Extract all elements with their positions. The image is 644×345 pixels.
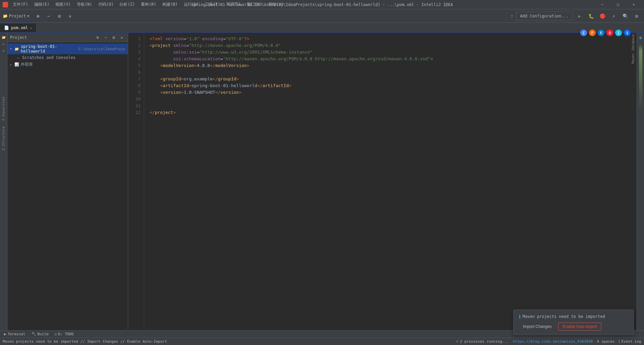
tree-item-external[interactable]: ► 📊 外部库 — [7, 61, 128, 68]
build-icon: 🔨 — [32, 332, 36, 336]
sync-icon[interactable]: ↑ — [511, 13, 514, 19]
enable-auto-import-button[interactable]: Enable Auto-Import — [558, 323, 601, 331]
menu-navigate[interactable]: 导航(N) — [74, 1, 95, 8]
tab-pom-xml-close[interactable]: ✕ — [30, 26, 32, 30]
tree-item-scratches[interactable]: ✏ Scratches and Consoles — [7, 54, 128, 61]
title-bar: 🔴 文件(F) 编辑(E) 视图(V) 导航(N) 代码(O) 分析(Z) 重构… — [0, 0, 644, 9]
todo-label: 6: TODO — [58, 332, 73, 336]
project-panel-collapse-icon[interactable]: − — [102, 34, 109, 41]
right-tools-panel: Database Maven — [631, 33, 637, 65]
tab-pom-xml-label: pom.xml — [11, 25, 28, 30]
search-everywhere-icon[interactable]: 🔍 — [621, 11, 630, 21]
spaces-label: 4 spaces — [597, 339, 614, 344]
build-tab[interactable]: 🔨 Build — [29, 331, 51, 338]
project-header-label: Project — [10, 35, 27, 40]
ie-icon[interactable]: I — [615, 29, 622, 36]
safari-icon[interactable]: S — [624, 29, 631, 36]
tree-label-root: spring-boot-01-helloworld — [21, 44, 77, 54]
toolbar-refresh-icon[interactable]: ⊕ — [33, 11, 43, 21]
tree-folder-icon: 📁 — [14, 46, 19, 52]
url-status[interactable]: https://blog.csdn.net/weixin_4383840 — [513, 339, 593, 344]
dropdown-icon[interactable]: ▼ — [28, 14, 29, 18]
tree-arrow-external: ► — [10, 63, 14, 66]
menu-edit[interactable]: 编辑(E) — [32, 1, 52, 8]
notification-title-text: Maven projects need to be imported — [523, 314, 605, 319]
coverage-button[interactable]: 🔴 — [598, 11, 607, 21]
terminal-icon: ▶ — [4, 332, 6, 336]
code-editor[interactable]: <?xml version="1.0" encoding="UTF-8"?> <… — [144, 33, 637, 338]
firefox-icon[interactable]: F — [589, 29, 596, 36]
toolbar-settings-icon[interactable]: ⚙ — [55, 11, 64, 21]
menu-analyze[interactable]: 分析(Z) — [117, 1, 138, 8]
opera-icon[interactable]: O — [606, 29, 613, 36]
event-log-status[interactable]: ℹ Event Log — [619, 339, 641, 344]
minimize-button[interactable]: ─ — [595, 0, 610, 9]
status-bar: Maven projects need to be imported // Im… — [0, 338, 644, 345]
menu-code[interactable]: 代码(O) — [96, 1, 116, 8]
window-controls: ─ □ ✕ — [595, 0, 641, 9]
project-panel-settings-icon[interactable]: ⚙ — [110, 34, 117, 41]
toolbar-collapse-icon[interactable]: − — [44, 11, 53, 21]
maximize-button[interactable]: □ — [610, 0, 626, 9]
notification-buttons: Import Changes Enable Auto-Import — [519, 323, 628, 331]
menu-refactor[interactable]: 重构(R) — [138, 1, 159, 8]
event-log-label: Event Log — [621, 339, 641, 344]
url-text: https://blog.csdn.net/weixin_4383840 — [513, 339, 593, 344]
app-icon: 🔴 — [3, 2, 8, 7]
minimap[interactable] — [639, 44, 642, 111]
left-strip-bookmark-icon[interactable]: ★ — [1, 41, 7, 47]
terminal-label: Terminal — [8, 332, 25, 336]
processes-status: ⟳ 2 processes running... — [456, 339, 509, 344]
tree-label-scratches: Scratches and Consoles — [22, 55, 75, 60]
profile-button[interactable]: ⚡ — [609, 11, 619, 21]
status-message: Maven projects need to be imported // Im… — [3, 339, 456, 344]
tab-pom-xml-icon: 📄 — [4, 25, 9, 30]
project-label: 📁 Project ▼ — [3, 14, 29, 18]
tab-pom-xml[interactable]: 📄 pom.xml ✕ — [0, 23, 37, 32]
line-numbers: 1 2 3 4 5 6 7 8 9 10 11 12 — [128, 33, 144, 338]
todo-tab[interactable]: ☑ 6: TODO — [52, 331, 76, 338]
status-right: ⟳ 2 processes running... https://blog.cs… — [456, 339, 641, 344]
tree-scratches-icon: ✏ — [15, 55, 21, 60]
tree-arrow-root: ▼ — [10, 47, 14, 51]
main-layout: 📁 ★ ≡ Project ⊕ − ⚙ ✕ ▼ 📁 spring-boot-01… — [0, 33, 644, 338]
toolbar-close-panel-icon[interactable]: ✕ — [65, 11, 75, 21]
terminal-tab[interactable]: ▶ Terminal — [1, 331, 28, 338]
import-changes-button[interactable]: Import Changes — [519, 323, 555, 331]
tree-label-external: 外部库 — [21, 62, 33, 67]
database-vertical-tab[interactable]: Database — [631, 33, 637, 52]
debug-button[interactable]: 🐛 — [586, 11, 596, 21]
tree-path-root: C:\Users\cy\IdeaProje — [78, 47, 125, 51]
left-sidebar-strip: 📁 ★ ≡ — [0, 33, 7, 338]
build-label: Build — [38, 332, 49, 336]
toolbar: 📁 Project ▼ ⊕ − ⚙ ✕ ↑ Add Configuration.… — [0, 9, 644, 23]
left-strip-project-icon[interactable]: 📁 — [1, 34, 7, 40]
close-button[interactable]: ✕ — [626, 0, 641, 9]
menu-view[interactable]: 视图(V) — [53, 1, 73, 8]
maven-vertical-tab[interactable]: Maven — [631, 52, 637, 65]
left-strip-structure-icon[interactable]: ≡ — [1, 48, 7, 54]
edge-icon[interactable]: E — [598, 29, 604, 36]
menu-file[interactable]: 文件(F) — [10, 1, 31, 8]
eye-icon[interactable]: 👁 — [638, 36, 643, 41]
editor-content: 1 2 3 4 5 6 7 8 9 10 11 12 <?xml version… — [128, 33, 644, 338]
project-panel-close-icon[interactable]: ✕ — [118, 34, 125, 41]
todo-icon: ☑ — [55, 332, 57, 336]
notification-info-icon: ℹ — [519, 314, 521, 319]
folder-icon: 📁 — [3, 14, 8, 18]
project-tree: ▼ 📁 spring-boot-01-helloworld C:\Users\c… — [7, 42, 128, 338]
project-panel-header: Project ⊕ − ⚙ ✕ — [7, 33, 128, 42]
window-title: spring-boot-01-helloworld [C:\Users\cy\I… — [191, 2, 453, 7]
spaces-status[interactable]: 4 spaces — [597, 339, 614, 344]
project-panel-refresh-icon[interactable]: ⊕ — [94, 34, 101, 41]
menu-build[interactable]: 构建(B) — [160, 1, 180, 8]
chrome-icon[interactable]: C — [580, 29, 587, 36]
project-name: Project — [9, 14, 26, 18]
add-configuration-button[interactable]: Add Configuration... — [516, 11, 573, 21]
browser-icons-row: C F E O I S — [580, 29, 631, 36]
settings-icon[interactable]: ⚙ — [632, 11, 641, 21]
tree-item-root[interactable]: ▼ 📁 spring-boot-01-helloworld C:\Users\c… — [7, 44, 128, 54]
notification-title: ℹ Maven projects need to be imported — [519, 314, 628, 319]
run-button[interactable]: ▶ — [575, 11, 584, 21]
right-gutter: 👁 — [637, 33, 644, 338]
